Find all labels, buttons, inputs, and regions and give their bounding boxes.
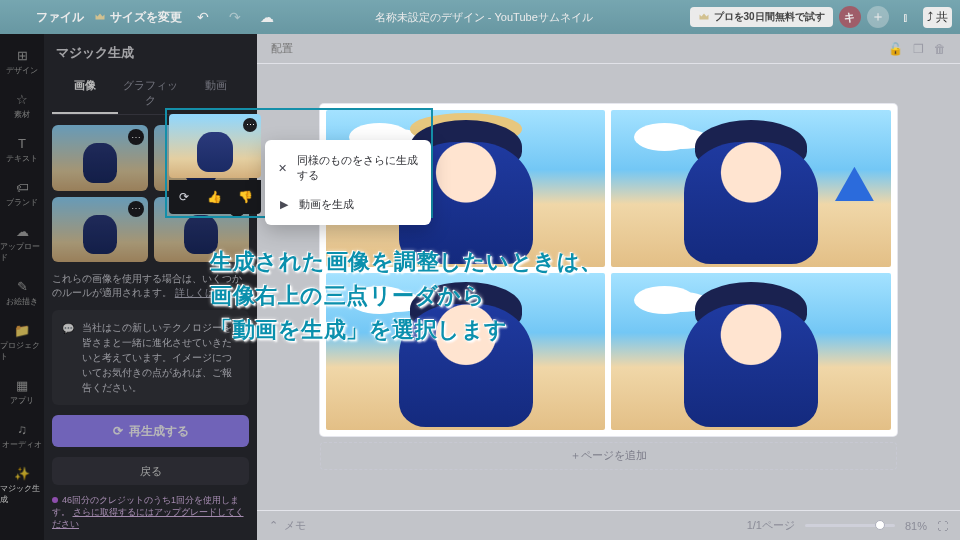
tutorial-caption: 生成された画像を調整したいときは、 画像右上の三点リーダから 「動画を生成」を選… — [210, 245, 603, 347]
apps-icon: ▦ — [13, 376, 31, 394]
regen-thumb-icon[interactable]: ⟳ — [177, 190, 191, 204]
stage-footer: ⌃ メモ 1/1ページ 81% ⛶ — [257, 510, 960, 540]
canvas-image[interactable] — [611, 273, 890, 430]
undo-icon[interactable]: ↶ — [192, 6, 214, 28]
thumb-actions: ⟳ 👍 👎 — [169, 180, 261, 214]
memo-button[interactable]: メモ — [284, 518, 306, 533]
cloud-sync-icon[interactable]: ☁ — [256, 6, 278, 28]
rail-item-magic[interactable]: ✨マジック生成 — [0, 460, 44, 509]
brand-icon: 🏷 — [13, 178, 31, 196]
arrange-label[interactable]: 配置 — [271, 41, 293, 56]
fullscreen-icon[interactable]: ⛶ — [937, 520, 948, 532]
generated-thumb[interactable]: ⋯ — [52, 197, 148, 263]
tab-image[interactable]: 画像 — [52, 72, 118, 114]
thumbs-up-icon[interactable]: 👍 — [208, 190, 222, 204]
star-icon: ☆ — [13, 90, 31, 108]
rail-item-text[interactable]: Tテキスト — [0, 130, 44, 168]
rail-item-elements[interactable]: ☆素材 — [0, 86, 44, 124]
design-icon: ⊞ — [13, 46, 31, 64]
text-icon: T — [13, 134, 31, 152]
context-menu: ✕ 同様のものをさらに生成する ▶ 動画を生成 — [265, 140, 431, 225]
redo-icon[interactable]: ↷ — [224, 6, 246, 28]
thumbs-down-icon[interactable]: 👎 — [239, 190, 253, 204]
stage-toolbar: 配置 🔓 ❐ 🗑 — [257, 34, 960, 64]
zoom-value[interactable]: 81% — [905, 520, 927, 532]
regenerate-button[interactable]: ⟳ 再生成する — [52, 415, 249, 447]
audio-icon: ♫ — [13, 420, 31, 438]
try-pro-button[interactable]: プロを30日間無料で試す — [690, 7, 833, 27]
canvas-image[interactable] — [611, 110, 890, 267]
tutorial-highlight: ⋯ ⟳ 👍 👎 ✕ 同様のものをさらに生成する ▶ 動画を生成 — [165, 108, 433, 218]
unlock-icon[interactable]: 🔓 — [888, 42, 903, 56]
rail-item-design[interactable]: ⊞デザイン — [0, 42, 44, 80]
rail-item-upload[interactable]: ☁アップロード — [0, 218, 44, 267]
dot-icon — [52, 497, 58, 503]
page-indicator[interactable]: 1/1ページ — [747, 518, 795, 533]
resize-menu[interactable]: サイズを変更 — [94, 9, 182, 26]
selected-thumb[interactable]: ⋯ — [169, 114, 261, 178]
rail-item-projects[interactable]: 📁プロジェクト — [0, 317, 44, 366]
more-icon[interactable]: ⋯ — [128, 129, 144, 145]
file-menu[interactable]: ファイル — [36, 9, 84, 26]
share-button[interactable]: ⤴ 共 — [923, 7, 952, 28]
video-icon: ▶ — [277, 198, 291, 211]
credit-note: 46回分のクレジットのうち1回分を使用します。 さらに取得するにはアップグレード… — [52, 495, 249, 530]
copy-page-icon[interactable]: ❐ — [913, 42, 924, 56]
rail-item-brand[interactable]: 🏷ブランド — [0, 174, 44, 212]
rail-item-draw[interactable]: ✎お絵描き — [0, 273, 44, 311]
crown-icon — [94, 11, 106, 23]
back-button[interactable]: 戻る — [52, 457, 249, 485]
left-rail: ⊞デザイン ☆素材 Tテキスト 🏷ブランド ☁アップロード ✎お絵描き 📁プロジ… — [0, 34, 44, 540]
shuffle-icon: ✕ — [277, 162, 289, 175]
folder-icon: 📁 — [13, 321, 31, 339]
sparkle-icon: ✨ — [13, 464, 31, 482]
chart-icon[interactable]: ⫾ — [895, 6, 917, 28]
menu-icon[interactable] — [8, 10, 26, 24]
rail-item-audio[interactable]: ♫オーディオ — [0, 416, 44, 454]
avatar[interactable]: キ — [839, 6, 861, 28]
ctx-make-video[interactable]: ▶ 動画を生成 — [265, 190, 431, 219]
crown-icon — [698, 11, 710, 23]
more-icon[interactable]: ⋯ — [128, 201, 144, 217]
more-icon[interactable]: ⋯ — [243, 118, 257, 132]
generated-thumb[interactable]: ⋯ — [52, 125, 148, 191]
add-page-button[interactable]: ＋ページを追加 — [320, 442, 896, 470]
ctx-generate-similar[interactable]: ✕ 同様のものをさらに生成する — [265, 146, 431, 190]
refresh-icon: ⟳ — [113, 424, 123, 438]
upload-icon: ☁ — [13, 222, 31, 240]
upgrade-link[interactable]: さらに取得するにはアップグレードしてください — [52, 507, 244, 529]
trash-icon[interactable]: 🗑 — [934, 42, 946, 56]
topbar: ファイル サイズを変更 ↶ ↷ ☁ 名称未設定のデザイン - YouTubeサム… — [0, 0, 960, 34]
panel-title: マジック生成 — [52, 44, 249, 62]
draw-icon: ✎ — [13, 277, 31, 295]
zoom-slider[interactable] — [805, 524, 895, 527]
document-title[interactable]: 名称未設定のデザイン - YouTubeサムネイル — [288, 10, 680, 25]
add-button[interactable]: ＋ — [867, 6, 889, 28]
rail-item-apps[interactable]: ▦アプリ — [0, 372, 44, 410]
chevron-up-icon[interactable]: ⌃ — [269, 519, 278, 532]
speech-icon: 💬 — [62, 321, 76, 395]
